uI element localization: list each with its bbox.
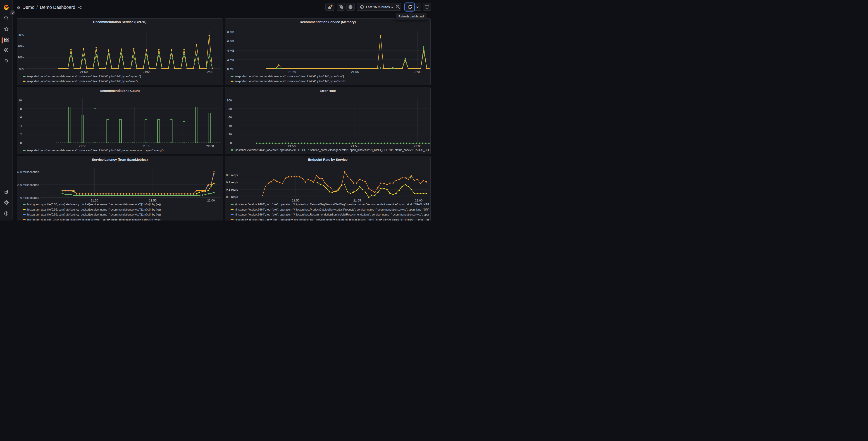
svg-text:0 milliseconds: 0 milliseconds [20, 196, 39, 199]
svg-text:4 MB: 4 MB [227, 49, 234, 52]
svg-text:22:00: 22:00 [207, 199, 215, 202]
svg-text:4: 4 [20, 124, 22, 127]
svg-text:0.1 req/s: 0.1 req/s [226, 188, 238, 191]
svg-text:2: 2 [20, 133, 22, 136]
svg-text:200 milliseconds: 200 milliseconds [17, 183, 39, 186]
svg-text:22:00: 22:00 [414, 144, 421, 148]
svg-text:21:55: 21:55 [149, 199, 157, 202]
svg-text:10: 10 [18, 98, 22, 102]
svg-text:22:00: 22:00 [415, 199, 423, 202]
svg-text:6 MB: 6 MB [227, 40, 234, 43]
svg-text:2 MB: 2 MB [227, 58, 234, 61]
svg-text:21:50: 21:50 [288, 144, 296, 148]
svg-text:21:50: 21:50 [292, 199, 299, 202]
svg-text:6: 6 [20, 115, 22, 119]
svg-text:80: 80 [228, 107, 232, 111]
svg-text:30%: 30% [18, 33, 24, 37]
svg-text:20%: 20% [18, 45, 24, 48]
svg-text:21:55: 21:55 [142, 144, 150, 148]
svg-text:22:00: 22:00 [414, 70, 421, 74]
svg-text:21:55: 21:55 [351, 70, 359, 74]
svg-text:22:00: 22:00 [206, 144, 214, 148]
svg-text:20: 20 [228, 133, 232, 136]
svg-text:100: 100 [226, 98, 232, 102]
svg-text:21:50: 21:50 [288, 70, 296, 74]
svg-text:10%: 10% [18, 56, 24, 59]
svg-text:21:55: 21:55 [143, 70, 151, 74]
svg-text:40: 40 [228, 124, 232, 127]
svg-text:400 milliseconds: 400 milliseconds [17, 170, 39, 173]
svg-text:0.3 req/s: 0.3 req/s [226, 173, 238, 177]
svg-text:0: 0 [20, 141, 22, 144]
svg-text:21:50: 21:50 [79, 144, 86, 148]
svg-text:21:50: 21:50 [91, 199, 98, 202]
svg-text:21:50: 21:50 [80, 70, 88, 74]
svg-text:22:00: 22:00 [206, 70, 213, 74]
svg-text:0.2 req/s: 0.2 req/s [226, 181, 238, 184]
svg-text:21:55: 21:55 [353, 199, 361, 202]
svg-text:21:55: 21:55 [351, 144, 359, 148]
svg-text:60: 60 [228, 115, 232, 119]
svg-text:8: 8 [20, 107, 22, 111]
svg-text:0: 0 [230, 141, 232, 144]
svg-text:0 MB: 0 MB [227, 67, 234, 70]
svg-text:0%: 0% [19, 67, 24, 70]
svg-text:8 MB: 8 MB [227, 30, 234, 34]
svg-text:0.0 req/s: 0.0 req/s [226, 195, 238, 199]
